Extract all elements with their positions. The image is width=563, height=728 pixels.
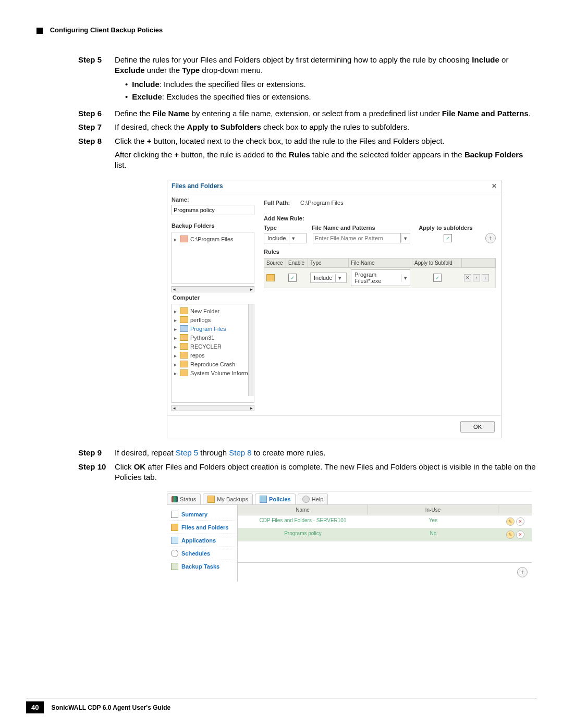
- type-select[interactable]: Include▾: [264, 233, 307, 243]
- step8-label: Step 8: [78, 136, 115, 171]
- tree-item[interactable]: Python31: [172, 333, 254, 342]
- name-input[interactable]: [172, 205, 254, 215]
- ok-button[interactable]: OK: [460, 421, 495, 433]
- row-file-select[interactable]: Program Files\*.exe▾: [351, 269, 410, 286]
- tab-status[interactable]: Status: [167, 493, 201, 504]
- folder-icon: [180, 236, 188, 242]
- tab-policies[interactable]: Policies: [255, 493, 296, 504]
- rules-label: Rules: [264, 249, 496, 255]
- sidebar-item-files-folders[interactable]: Files and Folders: [167, 521, 237, 534]
- tree-item[interactable]: Program Files: [172, 324, 254, 333]
- backup-folders-label: Backup Folders: [172, 223, 254, 229]
- edit-icon[interactable]: ✎: [506, 530, 515, 539]
- policies-icon: [260, 496, 267, 503]
- pattern-input[interactable]: [313, 233, 400, 243]
- hdr-subfolders: Apply to subfolders: [414, 225, 477, 231]
- chevron-down-icon: ▾: [335, 274, 344, 282]
- folder-icon: [171, 524, 178, 531]
- step9-body: If desired, repeat Step 5 through Step 8…: [115, 448, 537, 458]
- step5-label: Step 5: [78, 55, 115, 105]
- clock-icon: [171, 550, 178, 557]
- step7-label: Step 7: [78, 122, 115, 132]
- step5-body: Define the rules for your Files and Fold…: [115, 55, 537, 105]
- tab-my-backups[interactable]: My Backups: [203, 493, 253, 504]
- delete-icon[interactable]: ✕: [516, 517, 524, 526]
- apply-subfolders-checkbox[interactable]: ✓: [444, 234, 452, 242]
- tab-help[interactable]: Help: [298, 493, 328, 504]
- step7-body: If desired, check the Apply to Subfolder…: [115, 122, 537, 132]
- scrollbar[interactable]: ◂▸: [172, 405, 254, 411]
- step6-body: Define the File Name by entering a file …: [115, 108, 537, 119]
- header-title: Configuring Client Backup Policies: [50, 26, 163, 34]
- backup-tasks-icon: [171, 563, 178, 570]
- step8-body: Click the + button, located next to the …: [115, 136, 537, 171]
- chevron-down-icon: ▾: [401, 274, 410, 282]
- hdr-pattern: File Name and Patterns: [312, 225, 408, 231]
- name-label: Name:: [172, 196, 254, 203]
- page-footer: 40 SonicWALL CDP 6.0 Agent User's Guide: [26, 698, 537, 713]
- enable-checkbox[interactable]: ✓: [288, 274, 297, 282]
- hdr-type: Type: [264, 225, 305, 231]
- delete-icon[interactable]: ✕: [516, 530, 524, 539]
- folder-icon: [180, 334, 188, 341]
- close-icon[interactable]: ✕: [492, 182, 497, 190]
- folder-icon: [180, 343, 188, 350]
- files-and-folders-dialog: Files and Folders ✕ Name: Backup Folders…: [167, 180, 501, 438]
- row-type-select[interactable]: Include▾: [310, 273, 347, 283]
- delete-icon[interactable]: ✕: [464, 274, 471, 281]
- row-subfolders-checkbox[interactable]: ✓: [433, 274, 442, 282]
- help-icon: [302, 496, 310, 503]
- folder-icon: [180, 369, 188, 376]
- move-down-icon[interactable]: ↓: [482, 274, 489, 281]
- page-number: 40: [26, 701, 44, 713]
- header-bullet-icon: [36, 28, 43, 34]
- backup-folder-item[interactable]: C:\Program Files: [172, 235, 254, 243]
- pattern-input-group: ▾: [313, 233, 410, 243]
- tree-item[interactable]: New Folder: [172, 306, 254, 315]
- tree-item[interactable]: repos: [172, 351, 254, 360]
- page-header: Configuring Client Backup Policies: [26, 26, 537, 34]
- summary-icon: [171, 511, 178, 518]
- dialog-title: Files and Folders: [172, 182, 223, 190]
- table-row[interactable]: CDP Files and Folders - SERVER101 Yes ✎✕: [238, 515, 532, 528]
- sidebar-item-summary[interactable]: Summary: [167, 508, 237, 521]
- folder-icon: [180, 352, 188, 359]
- bullet-include: Include: Includes the specified files or…: [125, 79, 537, 90]
- policies-table-header: Name In-Use: [238, 505, 532, 515]
- edit-icon[interactable]: ✎: [506, 517, 515, 526]
- folder-icon: [207, 496, 215, 503]
- tree-item[interactable]: RECYCLER: [172, 342, 254, 351]
- scrollbar[interactable]: ◂▸: [172, 286, 254, 292]
- rules-header: Source Enable Type File Name Apply to Su…: [264, 258, 496, 268]
- move-up-icon[interactable]: ↑: [473, 274, 480, 281]
- sidebar-item-schedules[interactable]: Schedules: [167, 547, 237, 560]
- link-step5[interactable]: Step 5: [176, 448, 198, 457]
- sidebar-item-applications[interactable]: Applications: [167, 534, 237, 547]
- bullet-exclude: Exclude: Excludes the specified files or…: [125, 92, 537, 102]
- link-step8[interactable]: Step 8: [229, 448, 251, 457]
- steps-section: Step 5 Define the rules for your Files a…: [78, 55, 537, 582]
- chevron-down-icon: ▾: [401, 235, 410, 242]
- step10-label: Step 10: [78, 462, 115, 483]
- computer-label: Computer: [173, 294, 254, 301]
- step9-label: Step 9: [78, 448, 115, 458]
- fullpath-label: Full Path:: [264, 200, 290, 206]
- chevron-down-icon: ▾: [289, 235, 298, 242]
- sidebar-item-backup-tasks[interactable]: Backup Tasks: [167, 560, 237, 573]
- tree-item[interactable]: Reproduce Crash: [172, 360, 254, 368]
- add-rule-button[interactable]: +: [485, 233, 496, 243]
- scrollbar-vertical[interactable]: [248, 304, 254, 396]
- policies-sidebar: Summary Files and Folders Applications S…: [167, 505, 238, 582]
- step6-label: Step 6: [78, 108, 115, 119]
- policies-view: Status My Backups Policies Help Summary …: [167, 491, 532, 582]
- rule-row[interactable]: ✓ Include▾ Program Files\*.exe▾ ✓ ✕ ↑ ↓: [264, 268, 496, 288]
- add-policy-button[interactable]: +: [517, 567, 528, 577]
- table-row[interactable]: Programs policy No ✎✕: [238, 528, 532, 541]
- fullpath-value: C:\Program Files: [300, 200, 344, 206]
- tree-item[interactable]: System Volume Inform...: [172, 368, 254, 377]
- pattern-dropdown[interactable]: ▾: [400, 233, 410, 243]
- applications-icon: [171, 537, 178, 544]
- tree-item[interactable]: perflogs: [172, 315, 254, 324]
- guide-title: SonicWALL CDP 6.0 Agent User's Guide: [51, 704, 170, 711]
- folder-icon: [266, 274, 275, 281]
